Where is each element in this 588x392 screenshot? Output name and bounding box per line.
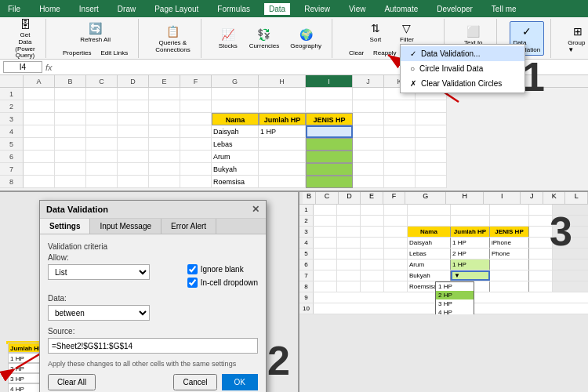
- tab-review[interactable]: Review: [299, 3, 335, 15]
- cancel-button[interactable]: Cancel: [173, 374, 216, 390]
- tab-developer[interactable]: Developer: [432, 3, 477, 15]
- validation-check-icon: ✓: [410, 49, 416, 58]
- source-section: Source:: [48, 327, 258, 354]
- tab-draw[interactable]: Draw: [113, 3, 140, 15]
- stocks-button[interactable]: 📈 Stocks: [214, 24, 242, 52]
- tab-page-layout[interactable]: Page Layout: [150, 3, 203, 15]
- get-data-button[interactable]: 🗄 Get Data (Power Query): [11, 14, 39, 62]
- edit-links-button[interactable]: Edit Links: [96, 47, 132, 59]
- col-F[interactable]: F: [180, 75, 212, 87]
- dropdown-clear-validation[interactable]: ✗ Clear Validation Circles: [401, 76, 524, 91]
- stocks-icon: 📈: [220, 27, 236, 42]
- in-cell-dropdown-row: In-cell dropdown: [187, 278, 258, 288]
- dropdown-option-2hp[interactable]: 2 HP: [436, 291, 474, 299]
- right-col-headers: B C D E F G H I J K L: [299, 192, 588, 205]
- col-E[interactable]: E: [149, 75, 180, 87]
- tab-insert[interactable]: Insert: [74, 3, 103, 15]
- dropdown-option-3hp[interactable]: 3 HP: [436, 299, 474, 308]
- col-H[interactable]: H: [259, 75, 306, 87]
- tab-file[interactable]: File: [3, 3, 25, 15]
- col-D[interactable]: D: [118, 75, 149, 87]
- currencies-button[interactable]: 💱 Currencies: [245, 24, 284, 52]
- validation-criteria-section: Validation criteria Allow: List Ignore b…: [48, 242, 258, 288]
- in-cell-dropdown-checkbox[interactable]: [187, 278, 198, 288]
- dropdown-option-4hp[interactable]: 4 HP: [436, 308, 474, 314]
- circle-icon: ○: [410, 64, 415, 73]
- dropdown-data-validation[interactable]: ✓ Data Validation...: [401, 46, 524, 61]
- ok-button[interactable]: OK: [222, 374, 258, 390]
- tab-tell-me[interactable]: Tell me: [487, 3, 521, 15]
- dialog-buttons: Clear All Cancel OK: [48, 374, 258, 390]
- annotation-3: 3: [550, 208, 572, 255]
- tab-settings[interactable]: Settings: [40, 219, 90, 234]
- table-row: 7Bukyah: [0, 163, 588, 176]
- clear-icon: ✗: [410, 79, 416, 88]
- properties-button[interactable]: Properties: [59, 47, 95, 59]
- sort-icon: ⇅: [368, 20, 383, 36]
- get-data-group: 🗄 Get Data (Power Query): [5, 19, 46, 58]
- geography-icon: 🌍: [298, 27, 314, 42]
- queries-group: 📋 Queries &Connections: [145, 19, 201, 58]
- queries-icon: 📋: [165, 24, 180, 39]
- validation-icon: ✓: [519, 24, 535, 39]
- ignore-blank-checkbox[interactable]: [187, 264, 198, 274]
- group-button[interactable]: ⊞ Group ▼: [564, 21, 588, 56]
- sort-button[interactable]: ⇅ Sort: [361, 18, 390, 45]
- bottom-right-panel: B C D E F G H I J K L 1: [298, 192, 588, 392]
- clear-all-button[interactable]: Clear All: [48, 374, 96, 390]
- refresh-button[interactable]: 🔄 Refresh All: [76, 18, 114, 45]
- row-corner: [0, 75, 24, 87]
- table-row: 5Lebas: [0, 138, 588, 151]
- tab-data[interactable]: Data: [264, 3, 290, 15]
- ribbon-tabs: File Home Insert Draw Page Layout Formul…: [0, 0, 588, 17]
- data-select[interactable]: between: [48, 305, 150, 321]
- col-I[interactable]: I: [306, 75, 353, 87]
- table-row: 8Roemsisa: [0, 176, 588, 188]
- right-grid: 1 2: [299, 205, 588, 314]
- group-section: ⊞ Group ▼: [557, 19, 588, 58]
- allow-select[interactable]: List: [48, 264, 150, 280]
- queries-button[interactable]: 📋 Queries &Connections: [151, 21, 194, 56]
- table-row: 2: [0, 100, 588, 113]
- col-A[interactable]: A: [24, 75, 55, 87]
- bottom-section: Jumlah HP 1 HP 2 HP 3 HP 4 HP Data Valid…: [0, 192, 588, 392]
- text-columns-icon: ⬜: [466, 24, 481, 39]
- filter-icon: ▽: [399, 20, 415, 36]
- tab-formulas[interactable]: Formulas: [212, 3, 255, 15]
- dialog-title-bar: Data Validation ✕: [40, 201, 266, 219]
- ignore-blank-row: Ignore blank: [187, 264, 258, 274]
- currencies-icon: 💱: [256, 27, 272, 42]
- footer-note: Apply these changes to all other cells w…: [48, 360, 258, 368]
- annotation-2: 2: [267, 337, 290, 384]
- database-icon: 🗄: [17, 16, 33, 32]
- col-C[interactable]: C: [86, 75, 118, 87]
- data-types-group: 📈 Stocks 💱 Currencies 🌍 Geography: [208, 19, 332, 58]
- table-row: 6Arum: [0, 151, 588, 163]
- refresh-group: 🔄 Refresh All Properties Edit Links: [53, 19, 139, 58]
- cell-dropdown-list: 1 HP 2 HP 3 HP 4 HP: [435, 281, 474, 314]
- name-box[interactable]: [3, 61, 42, 73]
- dialog-body: Validation criteria Allow: List Ignore b…: [40, 234, 266, 392]
- tab-home[interactable]: Home: [34, 3, 65, 15]
- dropdown-circle-invalid[interactable]: ○ Circle Invalid Data: [401, 61, 524, 76]
- tab-input-message[interactable]: Input Message: [90, 219, 162, 234]
- col-G[interactable]: G: [212, 75, 259, 87]
- dialog-close-button[interactable]: ✕: [252, 204, 260, 215]
- bottom-left-panel: Jumlah HP 1 HP 2 HP 3 HP 4 HP Data Valid…: [0, 192, 298, 392]
- data-validation-dropdown: ✓ Data Validation... ○ Circle Invalid Da…: [400, 44, 525, 93]
- dialog-tabs: Settings Input Message Error Alert: [40, 219, 266, 234]
- geography-button[interactable]: 🌍 Geography: [286, 24, 325, 52]
- fx-label: fx: [45, 63, 53, 72]
- source-input[interactable]: [48, 338, 258, 354]
- group-icon: ⊞: [570, 24, 586, 39]
- data-section: Data: between: [48, 294, 258, 321]
- table-row: 3NamaJumlah HPJENIS HP: [0, 113, 588, 125]
- tab-error-alert[interactable]: Error Alert: [162, 219, 216, 234]
- dropdown-option-1hp[interactable]: 1 HP: [436, 282, 474, 291]
- tab-view[interactable]: View: [344, 3, 371, 15]
- clear-button[interactable]: Clear: [345, 47, 368, 59]
- filter-button[interactable]: ▽ Filter: [393, 18, 421, 45]
- col-B[interactable]: B: [55, 75, 86, 87]
- refresh-icon: 🔄: [88, 20, 103, 36]
- tab-automate[interactable]: Automate: [379, 3, 423, 15]
